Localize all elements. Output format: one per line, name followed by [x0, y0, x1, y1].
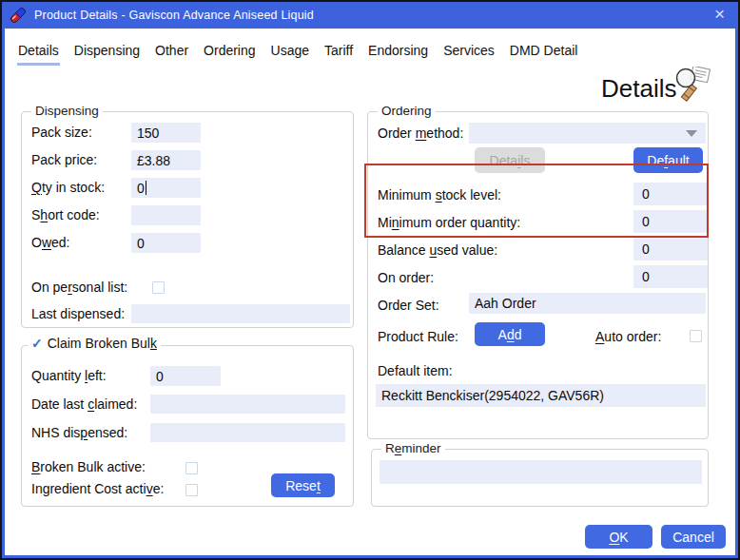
- reminder-group: Reminder: [371, 449, 709, 507]
- default-item-field[interactable]: Reckitt Benckiser(2954022, GAV56R): [376, 384, 706, 407]
- short-code-field[interactable]: [131, 205, 201, 225]
- window-title: Product Details - Gaviscon Advance Anise…: [34, 9, 314, 22]
- order-set-label: Order Set:: [378, 298, 439, 313]
- owed-label: Owed:: [31, 235, 69, 250]
- nhs-dispensed-field[interactable]: [150, 423, 345, 442]
- pack-size-label: Pack size:: [31, 125, 92, 140]
- owed-field[interactable]: 0: [131, 233, 201, 253]
- page-title: Details: [601, 74, 676, 104]
- tab-bar: Details Dispensing Other Ordering Usage …: [17, 41, 578, 66]
- personal-list-checkbox[interactable]: [152, 281, 165, 294]
- reminder-field[interactable]: [380, 460, 702, 484]
- balance-used-label: Balance used value:: [378, 242, 497, 258]
- default-item-label: Default item:: [378, 363, 453, 378]
- reminder-legend: Reminder: [381, 441, 445, 455]
- product-details-dialog: Product Details - Gaviscon Advance Anise…: [0, 0, 740, 560]
- claim-broken-bulk-header[interactable]: ✓ Claim Broken Bulk: [28, 336, 161, 351]
- capsule-icon: [9, 6, 28, 25]
- ok-button[interactable]: OK: [585, 525, 652, 549]
- qty-in-stock-field[interactable]: 0: [131, 178, 201, 198]
- on-order-label: On order:: [378, 270, 434, 285]
- short-code-label: Short code:: [31, 207, 100, 222]
- titlebar[interactable]: Product Details - Gaviscon Advance Anise…: [2, 2, 738, 29]
- broken-bulk-group: ✓ Claim Broken Bulk Quantity left: 0 Dat…: [21, 345, 354, 507]
- last-dispensed-label: Last dispensed:: [31, 306, 125, 321]
- product-rule-label: Product Rule:: [378, 329, 458, 344]
- chevron-down-icon: [686, 130, 697, 137]
- pack-price-label: Pack price:: [31, 152, 97, 167]
- ingredient-cost-active-checkbox[interactable]: [185, 484, 198, 496]
- ingredient-cost-active-label: Ingredient Cost active:: [31, 481, 164, 496]
- magnifier-document-icon: [672, 67, 717, 105]
- qty-in-stock-label: Qty in stock:: [31, 180, 105, 195]
- pack-price-field[interactable]: £3.88: [131, 150, 201, 170]
- date-last-claimed-field[interactable]: [150, 395, 345, 414]
- balance-used-field[interactable]: 0: [633, 238, 708, 261]
- close-icon[interactable]: ×: [714, 5, 725, 24]
- nhs-dispensed-label: NHS dispensed:: [31, 425, 127, 440]
- on-order-field[interactable]: 0: [633, 265, 708, 288]
- auto-order-checkbox[interactable]: [690, 330, 702, 342]
- pack-size-field[interactable]: 150: [131, 123, 201, 143]
- tab-services[interactable]: Services: [442, 41, 496, 66]
- tab-details[interactable]: Details: [17, 41, 60, 66]
- tab-endorsing[interactable]: Endorsing: [367, 41, 429, 66]
- dispensing-group: Dispensing Pack size: 150 Pack price: £3…: [21, 111, 354, 328]
- personal-list-label: On personal list:: [31, 280, 127, 295]
- order-set-field[interactable]: Aah Order: [469, 293, 706, 314]
- text-caret: [146, 181, 146, 195]
- order-method-dropdown[interactable]: [469, 123, 706, 144]
- quantity-left-field[interactable]: 0: [150, 366, 221, 386]
- broken-bulk-active-checkbox[interactable]: [185, 462, 198, 474]
- tab-tariff[interactable]: Tariff: [323, 41, 354, 66]
- reset-button[interactable]: Reset: [271, 473, 335, 497]
- tab-usage[interactable]: Usage: [270, 41, 310, 66]
- date-last-claimed-label: Date last claimed:: [31, 396, 137, 412]
- auto-order-label: Auto order:: [595, 329, 661, 344]
- cancel-button[interactable]: Cancel: [661, 525, 726, 549]
- tab-ordering[interactable]: Ordering: [203, 41, 256, 66]
- tab-other[interactable]: Other: [154, 41, 189, 66]
- ordering-legend: Ordering: [378, 104, 436, 118]
- highlight-annotation-box: [364, 164, 709, 238]
- broken-bulk-active-label: Broken Bulk active:: [31, 459, 146, 474]
- ordering-group: Ordering Order method: Details Default M…: [367, 111, 709, 439]
- add-button[interactable]: Add: [475, 322, 545, 346]
- claim-broken-bulk-label: Claim Broken Bulk: [48, 336, 157, 351]
- quantity-left-label: Quantity left:: [31, 368, 107, 383]
- tab-dispensing[interactable]: Dispensing: [73, 41, 141, 66]
- tab-dmd-detail[interactable]: DMD Detail: [509, 41, 579, 66]
- checkmark-icon: ✓: [31, 336, 43, 351]
- last-dispensed-field[interactable]: [131, 304, 350, 323]
- order-method-label: Order method:: [378, 126, 463, 141]
- dispensing-legend: Dispensing: [31, 104, 103, 118]
